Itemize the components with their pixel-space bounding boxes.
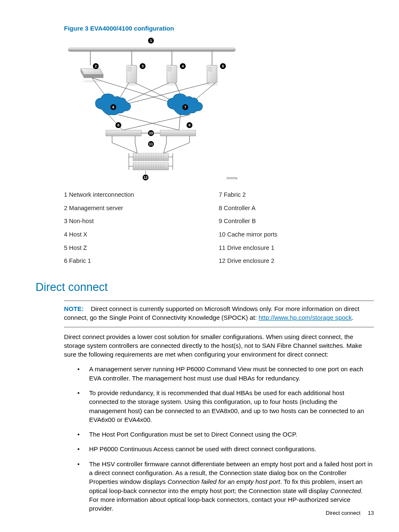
- bullet-list: A management server running HP P6000 Com…: [77, 365, 374, 513]
- svg-rect-16: [168, 67, 171, 71]
- drive-enclosure-1: [133, 153, 169, 161]
- svg-line-55: [164, 143, 166, 153]
- tower-hostz: [206, 65, 218, 86]
- section-heading: Direct connect: [36, 280, 374, 295]
- legend-item: 3 Non-host: [64, 217, 219, 226]
- svg-line-38: [118, 115, 179, 130]
- svg-rect-0: [68, 48, 235, 51]
- spock-link[interactable]: http://www.hp.com/storage spock: [258, 314, 352, 321]
- note-label: NOTE:: [64, 305, 84, 312]
- page-footer: Direct connect 13: [326, 509, 374, 517]
- legend-item: 11 Drive enclosure 1: [219, 244, 373, 252]
- svg-rect-21: [208, 67, 212, 71]
- legend-item: 4 Host X: [64, 231, 219, 239]
- svg-text:7: 7: [184, 105, 186, 109]
- svg-line-53: [135, 143, 137, 153]
- tower-nonhost: [125, 65, 138, 86]
- svg-line-37: [108, 115, 123, 130]
- bullet-item: HP P6000 Continuous Access cannot be use…: [77, 445, 374, 453]
- svg-text:26426a: 26426a: [226, 176, 238, 180]
- drive-enclosure-2: [133, 162, 169, 170]
- note-post: .: [352, 314, 353, 321]
- tower-hostx: [166, 65, 178, 86]
- svg-text:2: 2: [95, 64, 97, 68]
- legend-item: 2 Management server: [64, 204, 219, 213]
- configuration-diagram: 1 2 3 4 5: [64, 36, 240, 187]
- svg-text:10: 10: [149, 131, 153, 135]
- legend-item: 12 Drive enclosure 2: [219, 257, 373, 265]
- legend-item: 6 Fabric 1: [64, 257, 219, 265]
- bullet-item: To provide redundancy, it is recommended…: [77, 388, 374, 424]
- intro-paragraph: Direct connect provides a lower cost sol…: [64, 332, 374, 359]
- svg-text:9: 9: [188, 123, 190, 127]
- page-number: 13: [368, 510, 374, 516]
- svg-text:5: 5: [222, 64, 224, 68]
- svg-text:8: 8: [117, 123, 119, 127]
- svg-rect-42: [160, 130, 196, 136]
- footer-title: Direct connect: [326, 510, 361, 516]
- legend-item: 8 Controller A: [219, 204, 373, 213]
- svg-text:6: 6: [112, 105, 114, 109]
- legend-item: 7 Fabric 2: [219, 191, 373, 199]
- figure-legend: 1 Network interconnection 2 Management s…: [64, 191, 374, 270]
- svg-line-57: [164, 143, 189, 153]
- bullet-item: The HSV controller firmware cannot diffe…: [77, 460, 374, 513]
- legend-item: 5 Host Z: [64, 244, 219, 252]
- legend-item: 1 Network interconnection: [64, 191, 219, 199]
- svg-point-7: [83, 80, 101, 82]
- svg-text:3: 3: [141, 64, 143, 68]
- figure-caption: Figure 3 EVA4000/4100 configuration: [64, 24, 374, 33]
- bullet-item: The Host Port Configuration must be set …: [77, 430, 374, 439]
- note-box: NOTE: Direct connect is currently suppor…: [64, 301, 374, 327]
- svg-line-51: [112, 143, 137, 153]
- svg-text:12: 12: [143, 175, 148, 180]
- svg-text:4: 4: [182, 64, 184, 68]
- svg-rect-11: [128, 67, 131, 71]
- svg-rect-41: [106, 130, 141, 136]
- legend-item: 10 Cache mirror ports: [219, 231, 373, 239]
- svg-text:11: 11: [149, 142, 153, 146]
- bullet-item: A management server running HP P6000 Com…: [77, 365, 374, 383]
- svg-line-40: [123, 115, 190, 130]
- legend-item: 9 Controller B: [219, 217, 373, 226]
- svg-text:1: 1: [150, 39, 152, 43]
